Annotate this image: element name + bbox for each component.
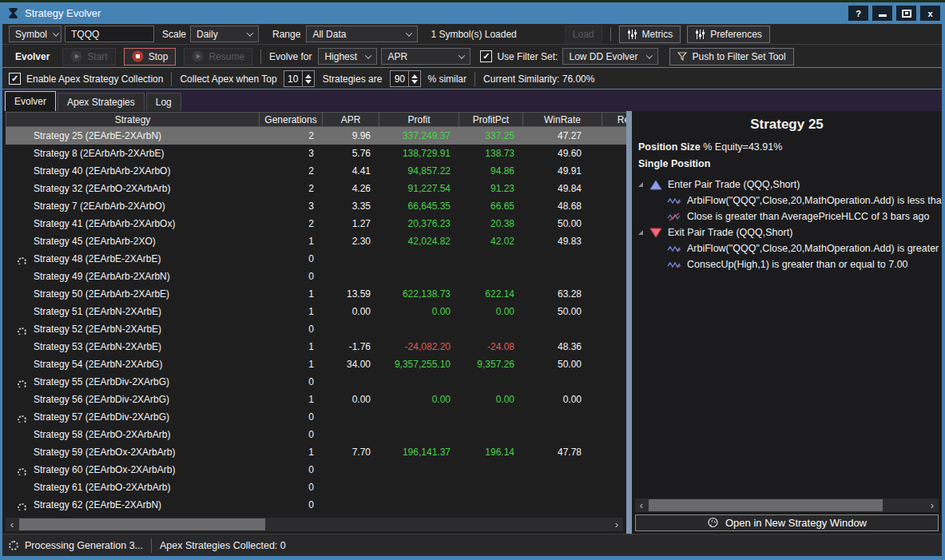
symbol-input[interactable]: TQQQ <box>65 26 154 42</box>
use-filter-set-checkbox[interactable]: ✓ <box>480 50 492 62</box>
tab-apex-strategies[interactable]: Apex Strategies <box>58 93 145 111</box>
tab-evolver[interactable]: Evolver <box>5 91 56 111</box>
column-header-rec[interactable]: Rec <box>602 112 626 127</box>
table-row[interactable]: Strategy 48 (2EArbE-2XArbE)0 <box>6 250 626 268</box>
table-row[interactable]: Strategy 52 (2EArbN-2XArbE)0 <box>6 320 626 338</box>
table-row[interactable]: Strategy 54 (2EArbN-2XArbG)134.009,357,2… <box>6 355 626 373</box>
table-row[interactable]: Strategy 62 (2EArbE-2XArbN)0 <box>6 496 626 514</box>
scroll-left-arrow[interactable]: ‹ <box>635 498 648 512</box>
table-row[interactable]: Strategy 55 (2EArbDiv-2XArbG)0 <box>6 373 626 391</box>
profit-cell: 196,141.37 <box>379 447 459 458</box>
table-row[interactable]: Strategy 53 (2EArbN-2XArbE)1-1.76-24,082… <box>6 338 626 355</box>
table-row[interactable]: Strategy 7 (2EArbArb-2XArbO)33.3566,645.… <box>6 197 626 215</box>
scale-dropdown[interactable]: Daily <box>190 26 259 42</box>
tree-item[interactable]: Enter Pair Trade (QQQ,Short) <box>632 177 942 193</box>
chevron-down-icon <box>406 30 412 36</box>
table-row[interactable]: Strategy 58 (2EArbO-2XArbArb)0 <box>6 426 626 443</box>
gen-cell: 0 <box>260 271 323 282</box>
table-row[interactable]: Strategy 32 (2EArbO-2XArbArb)24.2691,227… <box>6 180 626 197</box>
range-dropdown[interactable]: All Data <box>306 26 418 42</box>
apr-cell: 4.26 <box>323 183 379 194</box>
apr-cell: 34.00 <box>323 359 379 370</box>
apex-collection-toolbar: ✓ Enable Apex Strategy Collection Collec… <box>2 69 942 89</box>
tree-item[interactable]: Close is greater than AveragePriceHLCC o… <box>632 209 942 224</box>
table-row[interactable]: Strategy 57 (2EArbDiv-2XArbG)0 <box>6 408 626 426</box>
evolve-order-dropdown[interactable]: Highest <box>318 48 377 65</box>
apr-cell: -1.76 <box>323 341 379 352</box>
table-row[interactable]: Strategy 8 (2EArbArb-2XArbE)35.76138,729… <box>6 145 626 162</box>
maximize-button[interactable] <box>896 6 916 21</box>
tab-strip: EvolverApex StrategiesLog <box>2 90 942 111</box>
evolve-metric-dropdown[interactable]: APR <box>381 48 471 65</box>
similar-pct-value: 90 <box>391 71 408 86</box>
filter-set-dropdown[interactable]: Low DD Evolver <box>562 48 658 65</box>
stop-button[interactable]: Stop <box>124 48 177 66</box>
strategy-cell: Strategy 32 (2EArbO-2XArbArb) <box>6 183 260 194</box>
gen-cell: 2 <box>260 165 323 177</box>
strategy-cell: Strategy 57 (2EArbDiv-2XArbG) <box>6 411 260 423</box>
load-button[interactable]: Load <box>565 26 602 43</box>
tree-item-text: ArbiFlow("QQQ",Close,20,MathOperation.Ad… <box>687 243 942 254</box>
table-row[interactable]: Strategy 41 (2EArbArb-2XArbOx)21.2720,37… <box>6 215 626 232</box>
top-count-value: 10 <box>284 71 302 86</box>
close-button[interactable]: x <box>920 6 940 21</box>
table-row[interactable]: Strategy 56 (2EArbDiv-2XArbG)10.000.000.… <box>6 391 626 408</box>
table-row[interactable]: Strategy 51 (2EArbN-2XArbE)10.000.000.00… <box>6 303 626 320</box>
scrollbar-thumb[interactable] <box>649 499 883 511</box>
tree-expander-icon[interactable] <box>637 229 644 236</box>
tree-item-text: Enter Pair Trade (QQQ,Short) <box>668 179 800 190</box>
stepper-arrows-icon[interactable] <box>408 71 420 86</box>
detail-horizontal-scrollbar[interactable]: ‹ › <box>635 498 939 512</box>
table-row[interactable]: Strategy 61 (2EArbO-2XArbArb)0 <box>6 479 626 496</box>
top-count-stepper[interactable]: 10 <box>284 70 315 87</box>
column-header-winrate[interactable]: WinRate <box>523 112 602 127</box>
tab-log[interactable]: Log <box>146 93 181 111</box>
gen-cell: 0 <box>260 499 323 510</box>
preferences-button[interactable]: Preferences <box>687 26 770 43</box>
play-circle-icon <box>70 50 82 62</box>
column-header-apr[interactable]: APR <box>323 112 379 127</box>
winrate-cell: 50.00 <box>523 359 602 370</box>
tree-item[interactable]: ArbiFlow("QQQ",Close,20,MathOperation.Ad… <box>632 193 942 209</box>
table-row[interactable]: Strategy 40 (2EArbArb-2XArbO)24.4194,857… <box>6 162 626 180</box>
funnel-icon <box>677 52 687 62</box>
minimize-button[interactable] <box>872 6 892 21</box>
similar-pct-stepper[interactable]: 90 <box>390 70 421 87</box>
tree-item[interactable]: Exit Pair Trade (QQQ,Short) <box>632 224 942 240</box>
column-header-profitpct[interactable]: ProfitPct <box>459 112 523 127</box>
tree-item[interactable]: ConsecUp(High,1) is greater than or equa… <box>632 256 942 272</box>
tree-expander-icon[interactable] <box>637 181 644 188</box>
minimize-icon <box>879 14 887 17</box>
scroll-right-arrow[interactable]: › <box>926 498 939 512</box>
push-to-filter-set-tool-button[interactable]: Push to Filter Set Tool <box>669 48 793 66</box>
scroll-left-arrow[interactable]: ‹ <box>6 518 18 531</box>
table-row[interactable]: Strategy 59 (2EArbOx-2XArbArb)17.70196,1… <box>6 443 626 461</box>
column-header-generations[interactable]: Generations <box>260 112 323 127</box>
column-header-strategy[interactable]: Strategy <box>6 112 260 127</box>
strategy-name: Strategy 45 (2EArbArb-2XO) <box>34 236 156 247</box>
table-row[interactable]: Strategy 49 (2EArbArb-2XArbN)0 <box>6 268 626 285</box>
start-button[interactable]: Start <box>62 48 115 66</box>
table-row[interactable]: Strategy 60 (2EArbOx-2XArbArb)0 <box>6 461 626 479</box>
enable-apex-checkbox[interactable]: ✓ <box>9 73 21 85</box>
symbol-type-dropdown[interactable]: Symbol <box>9 26 62 42</box>
table-row[interactable]: Strategy 50 (2EArbArb-2XArbE)113.59622,1… <box>6 285 626 303</box>
help-button[interactable]: ? <box>848 6 868 21</box>
range-value: All Data <box>312 29 346 40</box>
open-in-new-strategy-window-button[interactable]: Open in New Strategy Window <box>635 514 939 531</box>
metrics-button[interactable]: Metrics <box>619 26 681 43</box>
table-row[interactable]: Strategy 25 (2EArbE-2XArbN)29.96337,249.… <box>6 127 626 145</box>
table-horizontal-scrollbar[interactable]: ‹ › <box>6 518 623 531</box>
resume-button[interactable]: Resume <box>184 48 252 66</box>
symbol-dropdown-label: Symbol <box>15 29 47 40</box>
column-header-profit[interactable]: Profit <box>379 112 459 127</box>
table-row[interactable]: Strategy 45 (2EArbArb-2XO)12.3042,024.82… <box>6 232 626 250</box>
window-title: Strategy Evolver <box>25 7 844 19</box>
panel-splitter[interactable] <box>626 111 632 534</box>
scrollbar-thumb[interactable] <box>19 518 265 530</box>
profitpct-cell: 20.38 <box>459 218 523 229</box>
evolver-section-label: Evolver <box>15 51 50 62</box>
scroll-right-arrow[interactable]: › <box>610 518 623 531</box>
tree-item[interactable]: ArbiFlow("QQQ",Close,20,MathOperation.Ad… <box>632 240 942 256</box>
stepper-arrows-icon[interactable] <box>302 71 314 86</box>
